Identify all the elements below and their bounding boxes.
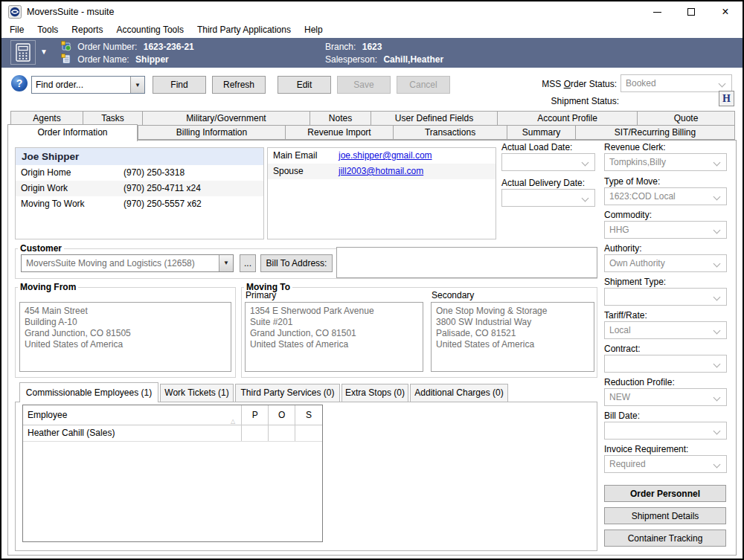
contract-label: Contract: <box>604 344 641 354</box>
tab-extra-stops[interactable]: Extra Stops (0) <box>341 384 408 402</box>
customer-dropdown-icon[interactable]: ▼ <box>219 255 233 271</box>
moving-to-secondary-address: One Stop Moving & Storage 3800 SW Indust… <box>431 302 594 372</box>
authority-select[interactable]: Own Authority <box>604 254 727 272</box>
tab-transactions[interactable]: Transactions <box>393 125 507 140</box>
order-personnel-button[interactable]: Order Personnel <box>604 485 726 502</box>
tab-work-tickets[interactable]: Work Tickets (1) <box>160 384 234 402</box>
chevron-down-icon <box>713 361 721 368</box>
reduction-profile-select[interactable]: NEW <box>604 388 727 406</box>
phone-row[interactable]: Origin Work (970) 250-4711 x24 <box>16 181 263 196</box>
tab-quote[interactable]: Quote <box>637 111 735 126</box>
contract-select[interactable] <box>604 355 727 373</box>
column-p[interactable]: P <box>241 405 268 425</box>
refresh-button[interactable]: Refresh <box>212 76 266 94</box>
phone-row[interactable]: Moving To Work (970) 250-5557 x62 <box>16 196 263 212</box>
shipment-type-select[interactable] <box>604 288 727 306</box>
help-icon[interactable]: ? <box>11 75 28 91</box>
window-title: MoversSuite - msuite <box>27 1 114 22</box>
branch-value: 1623 <box>362 42 382 52</box>
bill-to-address-button[interactable]: Bill To Address: <box>260 254 333 272</box>
type-of-move-select[interactable]: 1623:COD Local <box>604 187 727 205</box>
cell-employee: Heather Cahill (Sales) <box>23 425 241 441</box>
email-label: Spouse <box>268 164 339 179</box>
shipment-details-button[interactable]: Shipment Details <box>604 507 726 524</box>
tab-tasks[interactable]: Tasks <box>83 111 143 126</box>
find-order-input[interactable] <box>32 77 131 93</box>
menu-accounting-tools[interactable]: Accounting Tools <box>109 22 190 38</box>
menu-help[interactable]: Help <box>298 22 330 38</box>
invoice-requirement-select[interactable]: Required <box>604 455 727 473</box>
tariff-rate-select[interactable]: Local <box>604 321 727 339</box>
customer-select[interactable]: MoversSuite Moving and Logistics (12658)… <box>21 254 234 272</box>
shipment-type-label: Shipment Type: <box>604 277 666 287</box>
chevron-down-icon <box>713 394 721 402</box>
tab-billing-information[interactable]: Billing Information <box>138 125 286 140</box>
order-name-icon <box>61 54 71 67</box>
customer-value: MoversSuite Moving and Logistics (12658) <box>26 258 195 268</box>
tab-notes[interactable]: Notes <box>310 111 371 126</box>
tab-agents[interactable]: Agents <box>10 111 83 126</box>
phone-row[interactable]: Origin Home (970) 250-3318 <box>16 165 263 181</box>
bill-date-select[interactable] <box>604 422 727 440</box>
moving-from-address: 454 Main Street Building A-10 Grand Junc… <box>19 302 231 372</box>
phone-label: Moving To Work <box>16 196 124 212</box>
moving-from-group-label: Moving From <box>18 282 78 292</box>
find-order-dropdown-icon[interactable]: ▼ <box>130 77 144 93</box>
menu-tools[interactable]: Tools <box>31 22 65 38</box>
minimize-icon <box>653 12 661 13</box>
actual-load-date-label: Actual Load Date: <box>501 142 572 152</box>
moving-to-secondary-label: Secondary <box>432 290 474 300</box>
phone-label: Origin Work <box>16 181 124 196</box>
commodity-label: Commodity: <box>604 210 652 220</box>
moving-to-primary-address: 1354 E Sherwood Park Avenue Suite #201 G… <box>245 302 423 372</box>
tab-commissionable-employees[interactable]: Commissionable Employees (1) <box>19 382 158 402</box>
customer-ellipsis-button[interactable]: ... <box>240 254 256 272</box>
maximize-button[interactable] <box>674 1 708 22</box>
revenue-clerk-select[interactable]: Tompkins,Billy <box>604 153 727 171</box>
tab-user-defined-fields[interactable]: User Defined Fields <box>371 111 498 126</box>
tab-sit-recurring-billing[interactable]: SIT/Recurring Billing <box>575 125 735 140</box>
actual-delivery-date-select[interactable] <box>501 189 595 207</box>
mss-order-status-select[interactable]: Booked <box>620 74 732 92</box>
actual-load-date-select[interactable] <box>501 153 595 171</box>
tab-third-party-services[interactable]: Third Party Services (0) <box>235 384 340 402</box>
cell-p <box>241 425 268 441</box>
tab-order-information[interactable]: Order Information <box>7 124 138 141</box>
close-icon: × <box>722 6 728 18</box>
branch-label: Branch: <box>325 42 356 52</box>
table-row[interactable]: Heather Cahill (Sales) <box>23 425 322 442</box>
close-button[interactable]: × <box>708 1 743 22</box>
find-button[interactable]: Find <box>153 76 206 94</box>
bill-date-label: Bill Date: <box>604 411 640 421</box>
tab-revenue-import[interactable]: Revenue Import <box>285 125 394 140</box>
column-o[interactable]: O <box>268 405 295 425</box>
menu-bar: File Tools Reports Accounting Tools Thir… <box>1 22 743 38</box>
container-tracking-button[interactable]: Container Tracking <box>604 530 726 547</box>
menu-file[interactable]: File <box>3 22 31 38</box>
cell-s <box>295 425 322 441</box>
commodity-select[interactable]: HHG <box>604 221 727 239</box>
shipment-status-label: Shipment Status: <box>515 96 619 106</box>
menu-reports[interactable]: Reports <box>65 22 109 38</box>
tab-summary[interactable]: Summary <box>507 125 576 140</box>
salesperson-value: Cahill,Heather <box>383 54 443 65</box>
chevron-down-icon <box>713 461 721 469</box>
email-link[interactable]: jill2003@hotmail.com <box>339 164 423 179</box>
calculator-menu-button[interactable] <box>10 40 36 65</box>
history-button[interactable]: H <box>719 91 734 106</box>
minimize-button[interactable] <box>640 1 674 22</box>
column-employee[interactable]: Employee △ <box>23 405 241 425</box>
find-order-combobox[interactable]: ▼ <box>31 76 145 94</box>
mss-order-status-value: Booked <box>626 78 656 88</box>
tab-additional-charges[interactable]: Additional Charges (0) <box>410 384 508 402</box>
email-link[interactable]: joe.shipper@gmail.com <box>339 148 432 164</box>
edit-button[interactable]: Edit <box>278 76 331 94</box>
mss-order-status-label: MSS Order Status: <box>463 79 617 89</box>
menu-third-party-applications[interactable]: Third Party Applications <box>190 22 298 38</box>
column-s[interactable]: S <box>295 405 322 425</box>
email-label: Main Email <box>268 148 339 164</box>
calculator-dropdown-icon[interactable]: ▼ <box>40 48 48 56</box>
tab-military-government[interactable]: Military/Government <box>142 111 310 126</box>
tab-account-profile[interactable]: Account Profile <box>497 111 638 126</box>
app-logo-icon <box>8 5 22 19</box>
